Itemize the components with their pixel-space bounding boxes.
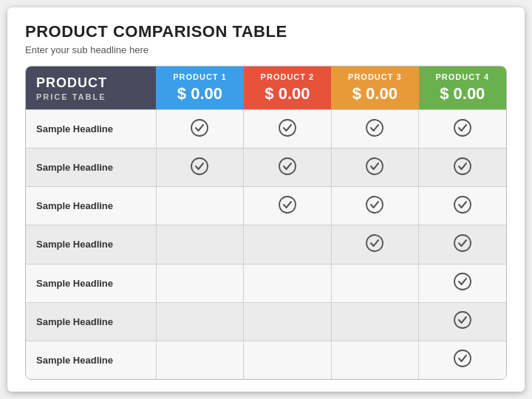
product-3-name: PRODUCT 3: [335, 72, 414, 81]
row-label: Sample Headline: [26, 187, 156, 225]
svg-point-11: [366, 235, 383, 251]
table-body: Sample HeadlineSample HeadlineSample Hea…: [26, 110, 506, 380]
svg-point-3: [454, 120, 471, 136]
row-0-col-0: [156, 110, 243, 149]
row-4-col-2: [331, 264, 418, 302]
comparison-table: PRODUCT PRICE TABLE PRODUCT 1 $ 0.00 PRO…: [26, 66, 506, 379]
row-6-col-1: [244, 341, 331, 379]
check-icon: [365, 195, 384, 214]
row-3-col-2: [331, 225, 418, 264]
table-row: Sample Headline: [26, 187, 506, 225]
check-icon: [453, 233, 472, 253]
check-icon: [453, 272, 472, 291]
row-label: Sample Headline: [26, 341, 156, 379]
row-1-col-0: [156, 149, 243, 187]
svg-point-15: [454, 350, 471, 366]
row-label: Sample Headline: [26, 110, 156, 149]
row-4-col-3: [419, 264, 506, 302]
check-icon: [453, 349, 472, 368]
check-icon: [453, 118, 472, 137]
check-icon: [278, 118, 297, 137]
th-product-4: PRODUCT 4 $ 0.00: [419, 66, 506, 110]
check-icon: [365, 157, 384, 176]
svg-point-6: [366, 158, 383, 174]
row-5-col-2: [331, 302, 418, 341]
row-2-col-2: [331, 187, 418, 225]
page-title: PRODUCT COMPARISON TABLE: [25, 22, 507, 41]
svg-point-2: [366, 120, 383, 136]
row-6-col-3: [419, 341, 506, 379]
row-1-col-3: [419, 149, 506, 187]
check-icon: [278, 157, 297, 176]
product-3-price: $ 0.00: [335, 84, 414, 103]
row-label: Sample Headline: [26, 302, 156, 341]
svg-point-1: [279, 120, 296, 136]
check-icon: [278, 195, 297, 214]
svg-point-5: [279, 158, 296, 174]
row-3-col-3: [419, 225, 506, 264]
row-4-col-1: [244, 264, 331, 302]
svg-point-8: [279, 197, 296, 213]
row-5-col-1: [244, 302, 331, 341]
product-label: PRODUCT: [36, 75, 146, 91]
row-2-col-0: [156, 187, 243, 225]
row-1-col-1: [244, 149, 331, 187]
comparison-table-wrapper: PRODUCT PRICE TABLE PRODUCT 1 $ 0.00 PRO…: [25, 66, 507, 380]
product-1-name: PRODUCT 1: [160, 72, 239, 81]
table-row: Sample Headline: [26, 264, 506, 302]
table-row: Sample Headline: [26, 225, 506, 264]
price-table-label: PRICE TABLE: [36, 92, 146, 101]
check-icon: [453, 310, 472, 330]
product-2-price: $ 0.00: [248, 84, 327, 103]
row-0-col-2: [331, 110, 418, 149]
row-5-col-0: [156, 302, 243, 341]
row-2-col-3: [419, 187, 506, 225]
row-0-col-1: [244, 110, 331, 149]
th-product-2: PRODUCT 2 $ 0.00: [244, 66, 331, 110]
product-1-price: $ 0.00: [160, 84, 239, 103]
row-label: Sample Headline: [26, 225, 156, 264]
check-icon: [365, 118, 384, 137]
svg-point-10: [454, 197, 471, 213]
svg-point-7: [454, 158, 471, 174]
row-0-col-3: [419, 110, 506, 149]
svg-point-13: [454, 273, 471, 290]
th-product-1: PRODUCT 1 $ 0.00: [156, 66, 243, 110]
row-6-col-2: [331, 341, 418, 379]
row-5-col-3: [419, 302, 506, 341]
check-icon: [190, 157, 209, 176]
product-4-name: PRODUCT 4: [423, 72, 502, 81]
th-product: PRODUCT PRICE TABLE: [26, 66, 156, 110]
check-icon: [365, 233, 384, 253]
row-3-col-1: [244, 225, 331, 264]
row-1-col-2: [331, 149, 418, 187]
row-4-col-0: [156, 264, 243, 302]
svg-point-0: [191, 120, 208, 136]
check-icon: [453, 195, 472, 214]
svg-point-12: [454, 235, 471, 251]
table-row: Sample Headline: [26, 341, 506, 379]
th-product-3: PRODUCT 3 $ 0.00: [331, 66, 418, 110]
row-label: Sample Headline: [26, 264, 156, 302]
svg-point-4: [191, 158, 208, 174]
row-2-col-1: [244, 187, 331, 225]
check-icon: [453, 157, 472, 176]
page-subtitle: Enter your sub headline here: [25, 44, 507, 55]
slide: PRODUCT COMPARISON TABLE Enter your sub …: [7, 7, 525, 392]
table-header-row: PRODUCT PRICE TABLE PRODUCT 1 $ 0.00 PRO…: [26, 66, 506, 110]
product-4-price: $ 0.00: [423, 84, 502, 103]
row-3-col-0: [156, 225, 243, 264]
svg-point-14: [454, 312, 471, 328]
svg-point-9: [366, 197, 383, 213]
product-2-name: PRODUCT 2: [248, 72, 327, 81]
row-6-col-0: [156, 341, 243, 379]
table-row: Sample Headline: [26, 302, 506, 341]
table-row: Sample Headline: [26, 110, 506, 149]
table-row: Sample Headline: [26, 149, 506, 187]
check-icon: [190, 118, 209, 137]
row-label: Sample Headline: [26, 149, 156, 187]
